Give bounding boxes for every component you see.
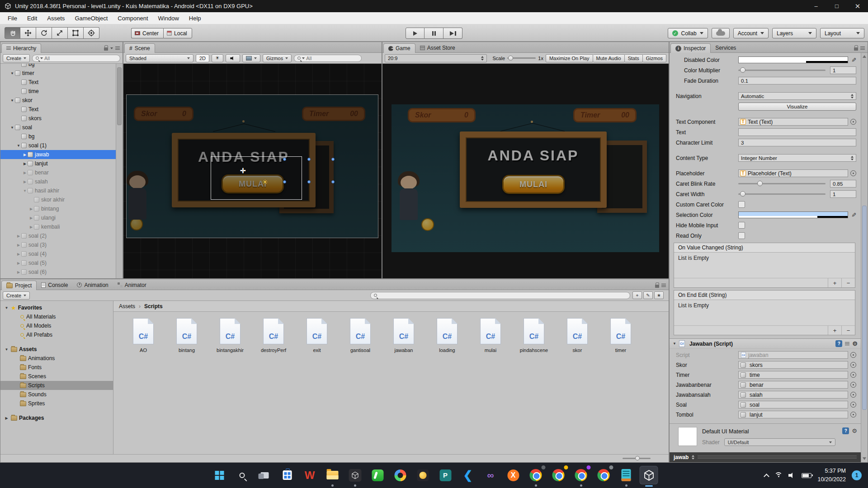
game-scale-slider[interactable] (507, 57, 536, 59)
project-tree-item-all-prefabs[interactable]: All Prefabs (0, 330, 113, 339)
object-picker-icon[interactable] (850, 382, 856, 388)
panel-menu-icon[interactable] (860, 47, 865, 50)
hierarchy-item-bg[interactable]: bg (0, 132, 116, 141)
foldout-icon[interactable]: ▶ (16, 270, 21, 274)
lock-icon[interactable] (104, 47, 108, 51)
asset-ao[interactable]: C#AO (127, 318, 160, 353)
object-picker-icon[interactable] (850, 362, 856, 368)
checkbox[interactable] (738, 222, 745, 229)
hierarchy-item-soal-2[interactable]: ▶soal (2) (0, 231, 116, 240)
inspector-scrollbar[interactable] (861, 53, 868, 462)
tab-game[interactable]: Game (383, 43, 415, 53)
slider-track[interactable] (738, 70, 826, 71)
add-event-button[interactable]: + (828, 326, 841, 335)
tab-animation[interactable]: Animation (72, 280, 113, 290)
help-icon[interactable]: ? (835, 340, 842, 347)
asset-timer[interactable]: C#timer (604, 318, 637, 353)
scene-lighting-button[interactable]: ☀ (212, 54, 223, 62)
search-by-type-button[interactable]: ⌖ (632, 291, 642, 299)
layers-dropdown[interactable]: Layers (772, 28, 816, 38)
object-picker-icon[interactable] (850, 119, 856, 125)
hierarchy-item-text[interactable]: Text (0, 78, 116, 87)
hierarchy-item-timer[interactable]: ▼timer (0, 69, 116, 78)
project-search-input[interactable] (370, 292, 630, 299)
taskbar-photopea-icon[interactable]: P (436, 466, 455, 484)
tab-services[interactable]: Services (711, 43, 741, 52)
minimize-button[interactable]: – (806, 0, 826, 12)
checkbox[interactable] (738, 201, 745, 208)
gear-icon[interactable]: ⚙ (852, 428, 857, 434)
checkbox[interactable] (738, 232, 745, 239)
foldout-icon[interactable]: ▶ (22, 180, 28, 184)
add-event-button[interactable]: + (828, 278, 841, 287)
tab-animator[interactable]: Animator (113, 280, 151, 290)
scene-gizmos-dropdown[interactable]: Gizmos (263, 54, 292, 62)
hierarchy-item-skors[interactable]: skors (0, 114, 116, 123)
remove-event-button[interactable]: − (841, 326, 855, 335)
text-field[interactable]: 3 (738, 139, 856, 146)
object-field[interactable]: time (738, 371, 848, 379)
scrollbar-thumb[interactable] (862, 206, 867, 410)
hierarchy-item-salah[interactable]: ▶salah (0, 177, 116, 186)
object-field[interactable]: benar (738, 381, 848, 389)
hierarchy-item-soal-1[interactable]: ▼soal (1) (0, 141, 116, 150)
project-create-button[interactable]: Create (3, 291, 30, 300)
taskbar-search-icon[interactable] (233, 466, 251, 484)
taskbar-unity-editor-icon[interactable] (640, 466, 658, 484)
hierarchy-item-soal-6[interactable]: ▶soal (6) (0, 267, 116, 277)
scale-tool-button[interactable] (52, 27, 68, 39)
menu-edit[interactable]: Edit (22, 12, 42, 24)
menu-help[interactable]: Help (184, 12, 206, 24)
shader-dropdown[interactable]: UI/Default (724, 438, 835, 446)
hierarchy-item-skor-akhir[interactable]: skor akhir (0, 195, 116, 204)
asset-destroyperf[interactable]: C#destroyPerf (257, 318, 290, 353)
foldout-icon[interactable]: ▶ (4, 416, 9, 420)
tab-asset-store[interactable]: Asset Store (415, 43, 460, 52)
project-tree-item-favorites[interactable]: ▼★Favorites (0, 303, 113, 312)
taskbar-microsoft-store-icon[interactable] (278, 466, 297, 484)
tray-chevron-icon[interactable] (764, 474, 770, 479)
maximize-button[interactable]: □ (826, 0, 847, 12)
jawaban-script-header[interactable]: ▼ C# Jawaban (Script) ? ⚙ (670, 338, 861, 349)
dropdown-content-type[interactable]: Integer Number (738, 154, 856, 162)
object-picker-icon[interactable] (850, 352, 856, 358)
battery-icon[interactable] (802, 473, 811, 478)
object-field[interactable]: skors (738, 361, 848, 369)
asset-bintang[interactable]: C#bintang (170, 318, 203, 353)
mute-audio-button[interactable]: Mute Audio (593, 54, 625, 62)
hierarchy-search-input[interactable]: All (32, 55, 120, 62)
asset-bintangakhir[interactable]: C#bintangakhir (214, 318, 246, 353)
foldout-icon[interactable]: ▶ (16, 261, 21, 265)
toggle-2d-button[interactable]: 2D (196, 54, 209, 62)
taskbar-chrome-profile-2-icon[interactable] (549, 466, 568, 484)
hierarchy-item-soal-4[interactable]: ▶soal (4) (0, 249, 116, 258)
eyedropper-icon[interactable]: ✎ (850, 57, 857, 62)
project-tree-item-fonts[interactable]: Fonts (0, 363, 113, 372)
hierarchy-item-hasil-akhir[interactable]: ▼hasil akhir (0, 186, 116, 195)
transform-tool-button[interactable] (84, 27, 99, 39)
foldout-icon[interactable]: ▼ (9, 99, 15, 103)
clock[interactable]: 5:37 PM 10/20/2022 (817, 467, 846, 484)
foldout-icon[interactable]: ▶ (28, 216, 34, 220)
asset-mulai[interactable]: C#mulai (474, 318, 507, 353)
object-picker-icon[interactable] (850, 402, 856, 408)
visualize-button[interactable]: Visualize (738, 103, 856, 111)
play-button[interactable] (406, 28, 425, 39)
foldout-icon[interactable]: ▼ (4, 347, 9, 352)
taskbar-start-icon[interactable] (210, 466, 229, 484)
hierarchy-scrollbar[interactable] (116, 64, 123, 278)
asset-skor[interactable]: C#skor (561, 318, 594, 353)
foldout-icon[interactable]: ▶ (16, 252, 21, 256)
stats-button[interactable]: Stats (625, 54, 643, 62)
text-field[interactable]: 0.1 (738, 77, 856, 84)
presets-icon[interactable] (845, 342, 849, 346)
object-field[interactable]: TText (Text) (738, 118, 848, 126)
draw-mode-dropdown[interactable]: Shaded (126, 54, 193, 62)
layout-dropdown[interactable]: Layout (820, 28, 864, 38)
chevron-down-icon[interactable] (110, 47, 113, 49)
hierarchy-item-soal-3[interactable]: ▶soal (3) (0, 240, 116, 249)
taskbar-chrome-profile-1-icon[interactable] (527, 466, 545, 484)
hierarchy-item-time[interactable]: time (0, 87, 116, 96)
asset-gantisoal[interactable]: C#gantisoal (344, 318, 377, 353)
asset-pindahscene[interactable]: C#pindahscene (518, 318, 550, 353)
